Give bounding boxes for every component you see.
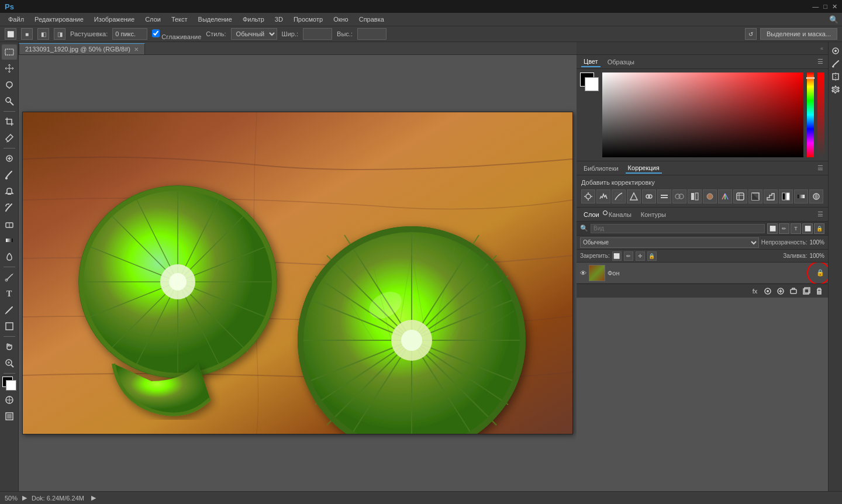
panel-icon-settings[interactable]: [829, 83, 842, 96]
fg-bg-colors[interactable]: [2, 376, 17, 391]
layer-row-background[interactable]: 👁 Фон 🔒: [577, 263, 828, 284]
tool-eraser[interactable]: [2, 216, 17, 232]
doc-tab-main[interactable]: 2133091_1920.jpg @ 50% (RGB/8#) ✕: [19, 43, 145, 54]
correction-curves[interactable]: [612, 189, 626, 203]
correction-gradient-map[interactable]: [794, 189, 808, 203]
menu-help[interactable]: Справка: [354, 15, 389, 24]
progress-arrow[interactable]: ▶: [91, 494, 96, 502]
tool-lasso[interactable]: [2, 77, 17, 92]
tool-rectangle-select[interactable]: [2, 44, 17, 60]
tool-option-icon1[interactable]: ⬜: [5, 28, 16, 40]
tab-samples[interactable]: Образцы: [605, 57, 637, 67]
correction-channel-mixer[interactable]: [718, 189, 732, 203]
tab-channels[interactable]: Каналы: [606, 210, 634, 219]
mask-button[interactable]: Выделение и маска...: [760, 28, 837, 40]
tool-crop[interactable]: [2, 114, 17, 129]
fx-button[interactable]: fx: [750, 286, 760, 296]
menu-filter[interactable]: Фильтр: [238, 15, 269, 24]
layers-icon-4[interactable]: ⬜: [802, 223, 813, 234]
tool-magic-wand[interactable]: [2, 94, 17, 109]
correction-selective-color[interactable]: [809, 189, 823, 203]
panel-collapse-arrow[interactable]: «: [818, 46, 826, 51]
group-layers-button[interactable]: [788, 286, 799, 296]
correction-brightness[interactable]: [581, 189, 595, 203]
bottom-arrow[interactable]: ▶: [22, 494, 27, 502]
tool-burn[interactable]: [2, 249, 17, 264]
color-alpha-bar[interactable]: [817, 73, 824, 157]
tool-stamp[interactable]: [2, 184, 17, 199]
correction-invert[interactable]: [748, 189, 762, 203]
correction-bw[interactable]: [688, 189, 702, 203]
minimize-button[interactable]: —: [812, 3, 819, 10]
tool-path-select[interactable]: [2, 302, 17, 317]
width-input[interactable]: [303, 28, 332, 40]
layers-icon-5[interactable]: 🔒: [814, 223, 824, 234]
color-panel-menu[interactable]: ☰: [817, 58, 823, 65]
tab-contours[interactable]: Контуры: [639, 210, 668, 219]
menu-file[interactable]: Файл: [4, 15, 29, 24]
antialiasing-checkbox[interactable]: [152, 27, 160, 39]
panel-icon-transform[interactable]: [829, 70, 842, 83]
correction-levels[interactable]: [596, 189, 610, 203]
correction-vibrance[interactable]: [642, 189, 656, 203]
layer-lock-icon[interactable]: 🔒: [816, 269, 824, 277]
layers-icon-3[interactable]: T: [791, 223, 801, 234]
menu-select[interactable]: Выделение: [194, 15, 237, 24]
layers-icon-1[interactable]: ⬜: [767, 223, 778, 234]
correction-threshold[interactable]: [779, 189, 793, 203]
correction-photo-filter[interactable]: [703, 189, 717, 203]
corrections-panel-menu[interactable]: ☰: [817, 164, 823, 172]
tool-option-icon4[interactable]: ◨: [54, 28, 65, 40]
menu-image[interactable]: Изображение: [89, 15, 139, 24]
refine-edge-icon[interactable]: ↺: [745, 28, 757, 40]
tab-corrections[interactable]: Коррекция: [626, 163, 662, 174]
new-layer-button[interactable]: [801, 286, 812, 296]
layers-icon-2[interactable]: ✏: [779, 223, 789, 234]
tool-text[interactable]: T: [2, 286, 17, 301]
panel-icon-brush[interactable]: [829, 57, 842, 70]
menu-layers[interactable]: Слои: [140, 15, 165, 24]
blend-mode-select[interactable]: Обычные: [580, 237, 759, 248]
lock-btn-pixels[interactable]: ⬜: [612, 251, 622, 261]
panel-icon-color[interactable]: [829, 44, 842, 57]
menu-window[interactable]: Окно: [329, 15, 353, 24]
tool-quick-mask[interactable]: [2, 392, 17, 408]
style-select[interactable]: Обычный: [231, 28, 277, 40]
title-bar-right[interactable]: — □ ✕: [812, 3, 837, 11]
feather-input[interactable]: [112, 28, 147, 40]
layer-visibility-icon[interactable]: 👁: [580, 270, 586, 277]
tool-brush[interactable]: [2, 167, 17, 182]
search-icon[interactable]: 🔍: [829, 15, 838, 24]
maximize-button[interactable]: □: [823, 3, 827, 10]
lock-btn-artboard[interactable]: ✛: [636, 251, 645, 261]
layers-search-input[interactable]: [591, 224, 765, 233]
menu-text[interactable]: Текст: [167, 15, 192, 24]
tab-layers[interactable]: Слои: [581, 210, 602, 219]
tool-healing[interactable]: [2, 151, 17, 166]
tool-eyedropper[interactable]: [2, 130, 17, 146]
lock-btn-all[interactable]: 🔒: [647, 251, 657, 261]
tab-libraries[interactable]: Библиотеки: [581, 164, 621, 173]
fg-bg-swatch[interactable]: [580, 73, 599, 91]
height-input[interactable]: [357, 28, 387, 40]
tool-screen-mode[interactable]: [2, 409, 17, 424]
correction-color-lookup[interactable]: [733, 189, 747, 203]
tool-zoom[interactable]: [2, 355, 17, 371]
correction-posterize[interactable]: [764, 189, 778, 203]
correction-exposure[interactable]: [627, 189, 641, 203]
correction-hsl[interactable]: [657, 189, 671, 203]
add-adjustment-button[interactable]: [775, 286, 786, 296]
tool-pen[interactable]: [2, 270, 17, 285]
lock-btn-position[interactable]: ✏: [624, 251, 633, 261]
menu-edit[interactable]: Редактирование: [30, 15, 88, 24]
close-button[interactable]: ✕: [832, 3, 837, 11]
correction-color-balance[interactable]: [672, 189, 686, 203]
tool-shape[interactable]: [2, 319, 17, 334]
tool-move[interactable]: [2, 61, 17, 76]
delete-layer-button[interactable]: [814, 286, 824, 296]
tool-option-icon2[interactable]: ■: [21, 28, 33, 40]
doc-tab-close[interactable]: ✕: [134, 46, 139, 53]
menu-3d[interactable]: 3D: [270, 15, 288, 24]
tool-gradient[interactable]: [2, 233, 17, 248]
add-mask-button[interactable]: [762, 286, 773, 296]
